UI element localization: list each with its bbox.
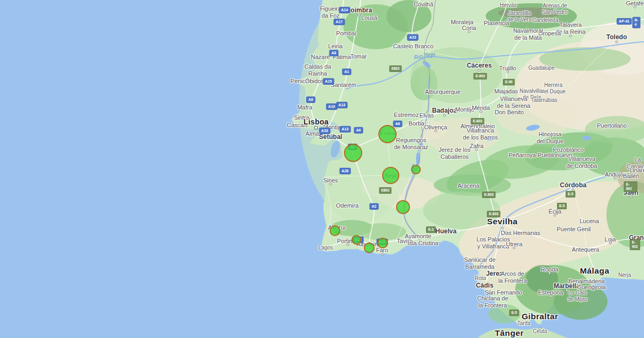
road-badge: A8 bbox=[306, 97, 316, 103]
data-marker[interactable] bbox=[378, 125, 397, 143]
town-dot bbox=[480, 111, 482, 113]
route-badge: E802 bbox=[379, 187, 391, 194]
road-badge: R-4 bbox=[632, 17, 640, 28]
route-badge: E-902 bbox=[624, 181, 638, 192]
town-dot bbox=[347, 244, 349, 246]
data-marker[interactable] bbox=[411, 165, 421, 174]
data-marker[interactable] bbox=[382, 167, 399, 184]
road-badge: A10 bbox=[326, 104, 338, 110]
road-badge: AP-41 bbox=[617, 18, 632, 25]
town-dot bbox=[614, 177, 617, 180]
road-badge: A14 bbox=[339, 7, 350, 13]
road-badge: A13 bbox=[336, 102, 348, 108]
town-dot bbox=[501, 227, 504, 230]
road-badge: A8 bbox=[330, 50, 339, 56]
town-dot bbox=[539, 327, 541, 330]
town-dot bbox=[609, 242, 612, 245]
town-dot bbox=[579, 286, 581, 289]
town-dot bbox=[616, 41, 618, 43]
town-dot bbox=[330, 183, 332, 186]
map-canvas[interactable] bbox=[0, 0, 644, 338]
town-dot bbox=[634, 6, 636, 9]
route-badge: E-1 bbox=[426, 226, 436, 233]
map-viewport[interactable]: Figueira da FozCoimbraLousãPombalLeiriaC… bbox=[0, 0, 644, 338]
road-badge: A2 bbox=[370, 203, 379, 210]
data-marker[interactable] bbox=[352, 235, 361, 245]
route-badge: E-902 bbox=[630, 239, 640, 250]
road-badge: A17 bbox=[334, 19, 345, 25]
route-badge: E-5 bbox=[566, 191, 575, 197]
town-dot bbox=[443, 114, 446, 117]
town-dot bbox=[630, 196, 633, 199]
town-dot bbox=[507, 71, 509, 74]
town-dot bbox=[478, 69, 481, 72]
data-marker[interactable] bbox=[396, 200, 410, 214]
road-badge: A15 bbox=[323, 78, 334, 85]
road-badge: A6 bbox=[354, 127, 363, 134]
data-marker[interactable] bbox=[344, 144, 362, 162]
town-dot bbox=[554, 214, 557, 217]
town-dot bbox=[548, 272, 551, 275]
data-marker[interactable] bbox=[377, 238, 388, 248]
town-dot bbox=[489, 291, 492, 293]
data-marker[interactable] bbox=[364, 243, 375, 253]
town-dot bbox=[435, 130, 437, 133]
route-badge: E802 bbox=[389, 65, 401, 72]
town-dot bbox=[468, 31, 471, 33]
road-badge: A1 bbox=[342, 69, 352, 75]
town-dot bbox=[505, 232, 508, 234]
route-badge: E-5 bbox=[509, 310, 519, 316]
capital-marker bbox=[314, 126, 318, 129]
route-badge: E-803 bbox=[473, 73, 487, 79]
town-dot bbox=[513, 247, 516, 249]
town-dot bbox=[566, 289, 568, 292]
route-badge: E-803 bbox=[482, 192, 495, 198]
data-marker[interactable] bbox=[330, 225, 340, 236]
route-badge: E-90 bbox=[503, 79, 515, 85]
road-badge: A23 bbox=[407, 34, 419, 41]
town-dot bbox=[569, 35, 572, 38]
road-badge: A26 bbox=[340, 168, 351, 174]
road-badge: A13 bbox=[340, 126, 351, 133]
town-dot bbox=[475, 149, 478, 151]
road-badge: A33 bbox=[319, 128, 331, 134]
route-badge: E-803 bbox=[471, 118, 484, 124]
route-badge: E-5 bbox=[557, 203, 567, 209]
route-badge: E-803 bbox=[487, 211, 500, 217]
town-dot bbox=[550, 295, 552, 298]
town-dot bbox=[358, 14, 361, 17]
town-dot bbox=[382, 253, 384, 256]
road-badge: A6 bbox=[393, 121, 402, 127]
